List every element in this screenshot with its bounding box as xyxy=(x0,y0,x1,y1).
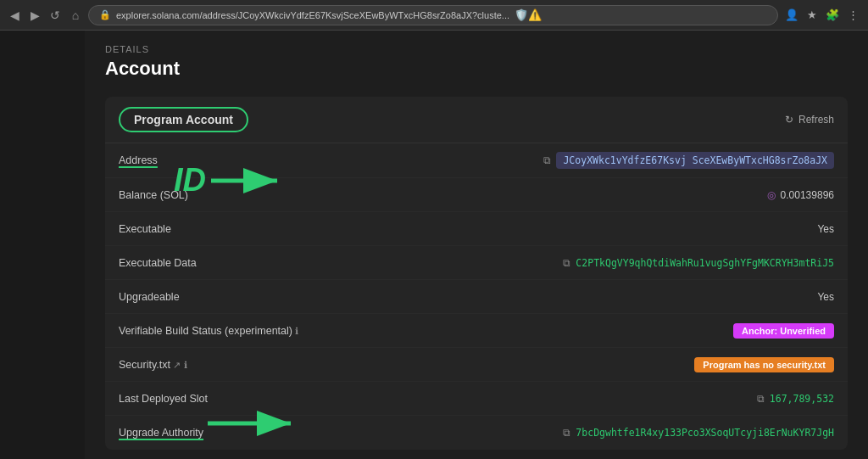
deployed-slot-label: Last Deployed Slot xyxy=(119,393,288,405)
external-link-icon[interactable]: ↗ xyxy=(173,360,181,370)
page-title: Account xyxy=(105,58,848,80)
copy-icon[interactable]: ⧉ xyxy=(563,257,570,269)
table-row: Verifiable Build Status (experimental) ℹ… xyxy=(105,314,848,348)
upgradeable-label: Upgradeable xyxy=(119,291,288,303)
extensions-icon[interactable]: 🧩 xyxy=(824,7,841,24)
verifiable-label: Verifiable Build Status (experimental) ℹ xyxy=(119,325,298,337)
browser-actions: 👤 ★ 🧩 ⋮ xyxy=(783,7,861,24)
table-row: Executable Yes xyxy=(105,212,848,246)
executable-label: Executable xyxy=(119,223,288,235)
url-text: explorer.solana.com/address/JCoyXWkcivYd… xyxy=(116,10,509,20)
menu-icon[interactable]: ⋮ xyxy=(844,7,861,24)
deployed-slot-number: 167,789,532 xyxy=(770,393,834,405)
url-bar[interactable]: 🔒 explorer.solana.com/address/JCoyXWkciv… xyxy=(88,5,778,25)
refresh-icon: ↻ xyxy=(785,114,793,126)
info-icon[interactable]: ℹ xyxy=(184,360,187,370)
card-header: Program Account ↻ Refresh xyxy=(105,97,848,143)
copy-icon[interactable]: ⧉ xyxy=(757,393,765,405)
profile-icon[interactable]: 👤 xyxy=(783,7,800,24)
star-icon[interactable]: ★ xyxy=(804,7,821,24)
deployed-slot-value: ⧉ 167,789,532 xyxy=(757,393,834,405)
address-value-container: ⧉ JCoyXWkc1vYdfzE67Ksvj SceXEwByWTxcHG8s… xyxy=(543,152,834,169)
forward-button[interactable]: ▶ xyxy=(27,8,42,23)
upgrade-authority-value: ⧉ 7bcDgwhtfe1R4xy133Pco3XSoqUTcyji8ErNuK… xyxy=(563,427,834,439)
security-badge: Program has no security.txt xyxy=(694,357,834,372)
table-row: Security.txt ↗ ℹ Program has no security… xyxy=(105,348,848,382)
back-button[interactable]: ◀ xyxy=(7,8,22,23)
verifiable-value: Anchor: Unverified xyxy=(733,323,834,339)
info-icon[interactable]: ℹ xyxy=(295,326,298,336)
table-row: Last Deployed Slot ⧉ 167,789,532 xyxy=(105,382,848,416)
home-button[interactable]: ⌂ xyxy=(68,8,83,23)
table-row: Executable Data ⧉ C2PTkQgVY9qhQtdiWahRu1… xyxy=(105,246,848,280)
upgrade-authority-hash: 7bcDgwhtfe1R4xy133Pco3XSoqUTcyji8ErNuKYR… xyxy=(576,427,834,439)
balance-amount: 0.00139896 xyxy=(781,189,834,201)
upgrade-authority-label: Upgrade Authority xyxy=(119,427,288,439)
program-account-card: Program Account ↻ Refresh Address ⧉ JCoy… xyxy=(105,97,848,450)
details-label: DETAILS xyxy=(105,44,848,54)
executable-value: Yes xyxy=(817,223,834,235)
refresh-button[interactable]: ↻ Refresh xyxy=(785,114,834,126)
executable-data-hash: C2PTkQgVY9qhQtdiWahRu1vugSghYFgMKCRYH3mt… xyxy=(576,257,834,269)
copy-icon[interactable]: ⧉ xyxy=(543,154,551,166)
anchor-badge: Anchor: Unverified xyxy=(733,323,834,339)
table-row: Upgrade Authority ⧉ 7bcDgwhtfe1R4xy133Pc… xyxy=(105,416,848,450)
balance-value: ◎ 0.00139896 xyxy=(767,189,834,201)
shield-icon: 🛡️⚠️ xyxy=(515,8,542,21)
table-row: Balance (SOL) ◎ 0.00139896 xyxy=(105,178,848,212)
page: DETAILS Account Program Account ↻ Refres… xyxy=(0,31,868,459)
refresh-label: Refresh xyxy=(798,114,834,126)
sidebar xyxy=(0,31,85,459)
main-content: DETAILS Account Program Account ↻ Refres… xyxy=(85,31,868,459)
executable-data-value: ⧉ C2PTkQgVY9qhQtdiWahRu1vugSghYFgMKCRYH3… xyxy=(563,257,834,269)
address-label: Address xyxy=(119,154,288,166)
table-row: Address ⧉ JCoyXWkc1vYdfzE67Ksvj SceXEwBy… xyxy=(105,143,848,178)
table-row: Upgradeable Yes xyxy=(105,280,848,314)
sol-icon: ◎ xyxy=(767,189,776,201)
lock-icon: 🔒 xyxy=(99,9,111,20)
security-value: Program has no security.txt xyxy=(694,357,834,372)
refresh-button[interactable]: ↺ xyxy=(47,8,63,23)
program-account-badge: Program Account xyxy=(119,107,248,132)
address-value[interactable]: JCoyXWkc1vYdfzE67Ksvj SceXEwByWTxcHG8srZ… xyxy=(556,152,834,169)
balance-label: Balance (SOL) xyxy=(119,189,288,201)
copy-icon[interactable]: ⧉ xyxy=(563,427,570,439)
executable-data-label: Executable Data xyxy=(119,257,288,269)
security-label: Security.txt ↗ ℹ xyxy=(119,359,288,371)
browser-chrome: ◀ ▶ ↺ ⌂ 🔒 explorer.solana.com/address/JC… xyxy=(0,0,868,31)
upgradeable-value: Yes xyxy=(817,291,834,303)
